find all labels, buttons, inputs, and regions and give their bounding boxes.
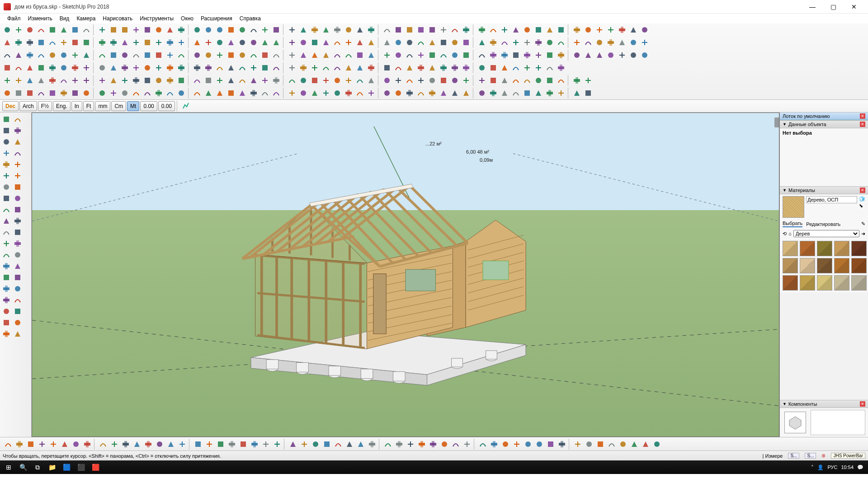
row5-tool-25[interactable]: [298, 75, 309, 86]
row5-tool-31[interactable]: [366, 75, 377, 86]
row1-tool-50[interactable]: [594, 24, 605, 35]
row4-tool-34[interactable]: [404, 62, 415, 73]
row3-tool-27[interactable]: [321, 50, 331, 61]
row5-tool-4[interactable]: [47, 75, 58, 86]
bottom-tool-16[interactable]: [193, 439, 203, 450]
row3-tool-26[interactable]: [309, 50, 320, 61]
unit-mm[interactable]: mm: [95, 101, 110, 111]
material-swatch-6[interactable]: [800, 258, 815, 273]
row1-tool-42[interactable]: [499, 24, 510, 35]
row6-tool-46[interactable]: [544, 88, 555, 99]
row1-tool-21[interactable]: [248, 24, 259, 35]
row4-tool-15[interactable]: [176, 62, 187, 73]
row6-tool-33[interactable]: [393, 88, 404, 99]
bottom-tool-47[interactable]: [557, 439, 567, 450]
row5-tool-48[interactable]: [571, 75, 582, 86]
materials-tab-select[interactable]: Выбрать: [783, 221, 802, 227]
row2-tool-7[interactable]: [81, 37, 92, 48]
row6-tool-7[interactable]: [81, 88, 92, 99]
unit-arch[interactable]: Arch: [19, 101, 37, 111]
row6-tool-17[interactable]: [203, 88, 214, 99]
row1-tool-54[interactable]: [639, 24, 650, 35]
row4-tool-33[interactable]: [393, 62, 404, 73]
row5-tool-21[interactable]: [248, 75, 259, 86]
row6-tool-34[interactable]: [404, 88, 415, 99]
row5-tool-16[interactable]: [192, 75, 203, 86]
row3-tool-15[interactable]: [176, 50, 187, 61]
material-swatch-1[interactable]: [800, 241, 815, 256]
row2-tool-23[interactable]: [271, 37, 282, 48]
row1-tool-36[interactable]: [427, 24, 438, 35]
row2-tool-28[interactable]: [332, 37, 343, 48]
row2-tool-3[interactable]: [36, 37, 47, 48]
row5-tool-17[interactable]: [203, 75, 214, 86]
row1-tool-30[interactable]: [354, 24, 365, 35]
obs-icon[interactable]: ⬛: [74, 461, 88, 474]
row4-tool-10[interactable]: [119, 62, 130, 73]
left-tool-11-0[interactable]: [1, 238, 12, 249]
row1-tool-29[interactable]: [343, 24, 354, 35]
tray-lang[interactable]: РУС: [827, 465, 837, 470]
row6-tool-18[interactable]: [214, 88, 225, 99]
row3-tool-14[interactable]: [165, 50, 175, 61]
browser-icon[interactable]: 🟦: [60, 461, 73, 474]
row1-tool-43[interactable]: [510, 24, 521, 35]
row3-tool-37[interactable]: [438, 50, 449, 61]
bottom-tool-23[interactable]: [272, 439, 283, 450]
row5-tool-20[interactable]: [237, 75, 248, 86]
row3-tool-32[interactable]: [382, 50, 392, 61]
bottom-tool-32[interactable]: [382, 439, 393, 450]
left-tool-3-0[interactable]: [1, 148, 12, 159]
row6-tool-19[interactable]: [226, 88, 236, 99]
row2-tool-51[interactable]: [605, 37, 616, 48]
row2-tool-42[interactable]: [499, 37, 510, 48]
bottom-tool-33[interactable]: [394, 439, 405, 450]
left-tool-8-1[interactable]: [12, 204, 23, 215]
paint-format-icon[interactable]: [181, 101, 192, 112]
bottom-tool-29[interactable]: [344, 439, 355, 450]
row4-tool-0[interactable]: [2, 62, 13, 73]
bottom-tool-6[interactable]: [71, 439, 81, 450]
row1-tool-23[interactable]: [271, 24, 282, 35]
row5-tool-9[interactable]: [108, 75, 119, 86]
row5-tool-41[interactable]: [488, 75, 499, 86]
row3-tool-25[interactable]: [298, 50, 309, 61]
row1-tool-1[interactable]: [13, 24, 24, 35]
left-tool-17-1[interactable]: [12, 306, 23, 317]
row3-tool-54[interactable]: [639, 50, 650, 61]
row5-tool-19[interactable]: [226, 75, 236, 86]
row4-tool-43[interactable]: [510, 62, 521, 73]
taskview-icon[interactable]: ⧉: [31, 461, 44, 474]
row5-tool-37[interactable]: [438, 75, 449, 86]
material-swatch-7[interactable]: [817, 258, 832, 273]
row4-tool-2[interactable]: [24, 62, 35, 73]
row1-tool-45[interactable]: [533, 24, 544, 35]
pencil-icon[interactable]: ✎: [861, 221, 865, 227]
row4-tool-36[interactable]: [427, 62, 438, 73]
left-tool-18-0[interactable]: [1, 317, 12, 328]
row3-tool-24[interactable]: [287, 50, 297, 61]
bottom-tool-40[interactable]: [477, 439, 488, 450]
row5-tool-36[interactable]: [427, 75, 438, 86]
row3-tool-12[interactable]: [142, 50, 153, 61]
row5-tool-45[interactable]: [533, 75, 544, 86]
row6-tool-4[interactable]: [47, 88, 58, 99]
row2-tool-24[interactable]: [287, 37, 297, 48]
bottom-tool-14[interactable]: [165, 439, 176, 450]
tray-close-icon[interactable]: ✕: [860, 113, 865, 119]
bottom-tool-54[interactable]: [640, 439, 651, 450]
row5-tool-33[interactable]: [393, 75, 404, 86]
row4-tool-31[interactable]: [366, 62, 377, 73]
row6-tool-48[interactable]: [571, 88, 582, 99]
row2-tool-30[interactable]: [354, 37, 365, 48]
row3-tool-49[interactable]: [583, 50, 594, 61]
row3-tool-2[interactable]: [24, 50, 35, 61]
row6-tool-25[interactable]: [298, 88, 309, 99]
row3-tool-52[interactable]: [617, 50, 627, 61]
row1-tool-34[interactable]: [404, 24, 415, 35]
row4-tool-21[interactable]: [248, 62, 259, 73]
bottom-tool-42[interactable]: [500, 439, 511, 450]
row3-tool-16[interactable]: [192, 50, 203, 61]
row1-tool-17[interactable]: [203, 24, 214, 35]
row4-tool-9[interactable]: [108, 62, 119, 73]
